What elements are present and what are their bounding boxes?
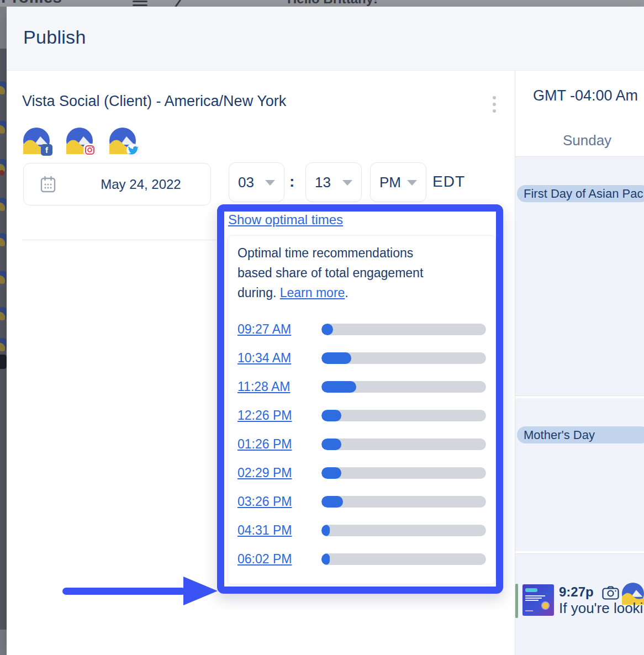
engagement-share-bar	[321, 381, 486, 393]
minute-value: 13	[315, 163, 331, 202]
engagement-share-bar	[321, 439, 486, 450]
optimal-time-link[interactable]: 11:28 AM	[237, 379, 321, 394]
chevron-down-icon	[265, 180, 275, 186]
engagement-share-bar	[321, 467, 486, 479]
modal-title: Publish	[23, 27, 86, 48]
optimal-time-row: 04:31 PM	[228, 516, 494, 545]
optimal-time-row: 09:27 AM	[228, 315, 494, 344]
instagram-icon	[84, 144, 96, 156]
optimal-time-row: 06:02 PM	[228, 545, 494, 573]
panel-row-border	[515, 395, 644, 396]
background-strip-dim	[0, 7, 7, 655]
optimal-time-link[interactable]: 03:26 PM	[237, 494, 321, 509]
engagement-share-bar	[321, 352, 486, 364]
account-avatar-twitter[interactable]	[109, 128, 136, 154]
background-dim-overlay	[0, 0, 644, 7]
facebook-icon: f	[41, 144, 52, 156]
optimal-times-list: 09:27 AM10:34 AM11:28 AM12:26 PM01:26 PM…	[228, 315, 494, 573]
engagement-share-bar	[321, 410, 486, 421]
hour-select[interactable]: 03	[229, 162, 284, 202]
chevron-down-icon	[342, 180, 352, 186]
engagement-share-fill	[321, 496, 343, 508]
engagement-share-fill	[321, 525, 330, 536]
optimal-time-link[interactable]: 04:31 PM	[237, 523, 321, 538]
chevron-down-icon	[407, 180, 417, 186]
profile-group-title: Vista Social (Client) - America/New York	[22, 93, 286, 110]
engagement-share-fill	[321, 324, 333, 335]
background-left-strip	[0, 7, 7, 655]
show-optimal-times-link[interactable]: Show optimal times	[228, 212, 343, 228]
engagement-share-bar	[321, 496, 486, 508]
optimal-time-row: 02:29 PM	[228, 458, 494, 487]
calendar-icon	[40, 176, 56, 195]
engagement-share-bar	[321, 553, 486, 565]
optimal-time-row: 10:34 AM	[228, 344, 494, 372]
post-thumbnail	[522, 584, 554, 616]
optimal-time-row: 12:26 PM	[228, 401, 494, 430]
optimal-time-row: 01:26 PM	[228, 430, 494, 458]
optimal-time-link[interactable]: 12:26 PM	[237, 408, 321, 423]
scheduled-post-preview[interactable]: 9:27p If you're looki	[515, 583, 644, 618]
annotation-arrow-head	[183, 577, 218, 605]
engagement-share-fill	[321, 352, 351, 364]
calendar-day-cell[interactable]	[515, 398, 644, 551]
meridiem-value: PM	[379, 163, 401, 202]
calendar-timezone-header: GMT -04:00 Am	[533, 87, 638, 104]
engagement-share-fill	[321, 439, 341, 450]
date-value: May 24, 2022	[75, 163, 207, 205]
optimal-time-row: 03:26 PM	[228, 487, 494, 516]
optimal-time-link[interactable]: 01:26 PM	[237, 437, 321, 452]
more-options-button[interactable]	[493, 96, 497, 115]
optimal-time-link[interactable]: 02:29 PM	[237, 466, 321, 480]
post-status-accent	[515, 584, 518, 618]
engagement-share-fill	[321, 467, 341, 479]
section-divider	[22, 240, 217, 240]
post-time: 9:27p	[559, 584, 594, 600]
learn-more-link[interactable]: Learn more	[280, 286, 345, 300]
engagement-share-bar	[321, 324, 486, 335]
optimal-time-link[interactable]: 06:02 PM	[237, 552, 321, 567]
account-avatar-facebook[interactable]: f	[23, 128, 50, 154]
calendar-event-chip[interactable]: First Day of Asian Pac…	[517, 185, 644, 202]
engagement-share-fill	[321, 553, 330, 565]
optimal-times-description: Optimal time recommendations based share…	[237, 243, 478, 303]
optimal-time-row: 11:28 AM	[228, 372, 494, 401]
account-avatar-instagram[interactable]	[66, 128, 93, 154]
day-column-header: Sunday	[515, 124, 644, 156]
modal-header	[7, 7, 644, 71]
screen: Profiles Hello Brittany! Publish Vista S…	[0, 0, 644, 655]
hour-value: 03	[238, 163, 254, 202]
calendar-event-chip[interactable]: Mother's Day	[517, 426, 644, 443]
time-colon: :	[289, 162, 294, 201]
optimal-time-link[interactable]: 09:27 AM	[237, 322, 321, 337]
engagement-share-fill	[321, 410, 341, 421]
meridiem-select[interactable]: PM	[370, 162, 426, 202]
engagement-share-fill	[321, 381, 356, 393]
engagement-share-bar	[321, 525, 486, 536]
annotation-arrow	[62, 588, 186, 595]
minute-select[interactable]: 13	[305, 162, 362, 202]
timezone-abbr: EDT	[432, 162, 465, 201]
post-caption: If you're looki	[559, 600, 644, 617]
background-topbar: Profiles Hello Brittany!	[0, 0, 644, 7]
optimal-time-link[interactable]: 10:34 AM	[237, 351, 321, 366]
twitter-icon	[127, 144, 139, 156]
date-picker[interactable]: May 24, 2022	[23, 163, 211, 205]
